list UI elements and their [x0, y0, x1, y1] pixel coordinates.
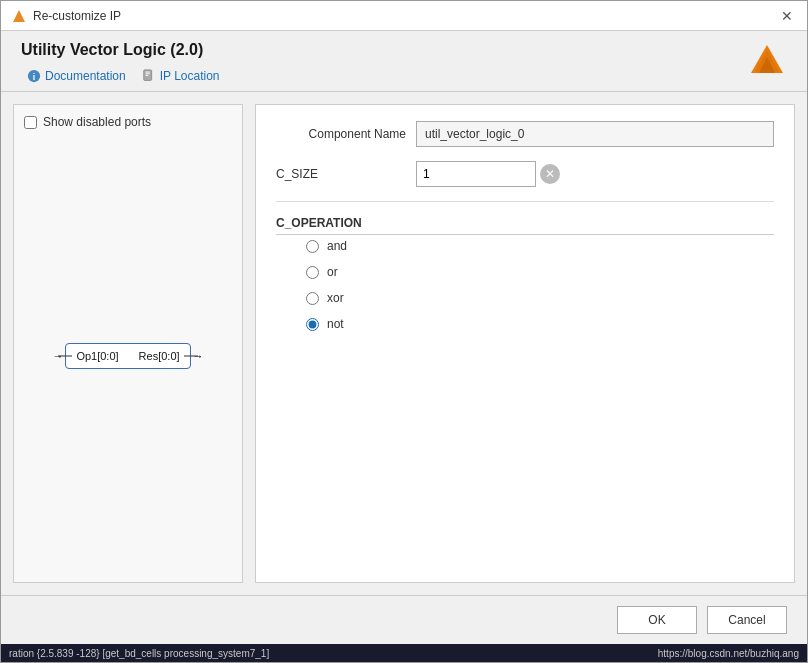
title-bar: Re-customize IP ✕: [1, 1, 807, 31]
port-op1: Op1[0:0]: [76, 350, 118, 362]
diagram-area: → Op1[0:0] Res[0:0] →: [24, 139, 232, 572]
csize-label: C_SIZE: [276, 167, 406, 181]
component-name-input[interactable]: [416, 121, 774, 147]
status-bar: ration {2.5.839 -128} [get_bd_cells proc…: [1, 644, 807, 662]
dialog: Re-customize IP ✕ Utility Vector Logic (…: [0, 0, 808, 663]
content-area: Show disabled ports → Op1[0:0] Res[0:0] …: [1, 92, 807, 595]
nav-bar: i Documentation IP Location: [21, 67, 226, 85]
vivado-logo: [747, 41, 787, 81]
svg-text:i: i: [33, 72, 35, 82]
radio-or[interactable]: [306, 266, 319, 279]
port-res: Res[0:0]: [139, 350, 180, 362]
cancel-button[interactable]: Cancel: [707, 606, 787, 634]
svg-rect-6: [145, 75, 148, 76]
info-icon: i: [27, 69, 41, 83]
coperation-label: C_OPERATION: [276, 216, 774, 235]
close-button[interactable]: ✕: [777, 6, 797, 26]
show-disabled-ports-row: Show disabled ports: [24, 115, 232, 129]
radio-xor-label[interactable]: xor: [327, 291, 344, 305]
radio-row-and: and: [306, 239, 774, 253]
radio-not-label[interactable]: not: [327, 317, 344, 331]
dialog-title: Re-customize IP: [33, 9, 121, 23]
show-disabled-checkbox[interactable]: [24, 116, 37, 129]
documentation-label: Documentation: [45, 69, 126, 83]
radio-row-not: not: [306, 317, 774, 331]
radio-and[interactable]: [306, 240, 319, 253]
header-section: Utility Vector Logic (2.0) i Documentati…: [1, 31, 807, 92]
csize-input[interactable]: [416, 161, 536, 187]
show-disabled-label[interactable]: Show disabled ports: [43, 115, 151, 129]
coperation-radio-group: and or xor not: [276, 239, 774, 331]
app-icon: [11, 8, 27, 24]
svg-rect-4: [145, 72, 149, 73]
component-name-row: Component Name: [276, 121, 774, 147]
component-name-label: Component Name: [276, 127, 406, 141]
radio-and-label[interactable]: and: [327, 239, 347, 253]
csize-clear-button[interactable]: ✕: [540, 164, 560, 184]
ip-location-label: IP Location: [160, 69, 220, 83]
right-panel: Component Name C_SIZE ✕ C_OPERATION: [255, 104, 795, 583]
svg-marker-0: [13, 10, 25, 22]
footer: OK Cancel: [1, 595, 807, 644]
left-panel: Show disabled ports → Op1[0:0] Res[0:0] …: [13, 104, 243, 583]
ok-button[interactable]: OK: [617, 606, 697, 634]
radio-row-or: or: [306, 265, 774, 279]
csize-row: C_SIZE ✕: [276, 161, 774, 187]
svg-rect-5: [145, 73, 149, 74]
divider: [276, 201, 774, 202]
radio-or-label[interactable]: or: [327, 265, 338, 279]
status-left: ration {2.5.839 -128} [get_bd_cells proc…: [9, 648, 269, 659]
csize-input-wrap: ✕: [416, 161, 560, 187]
status-right: https://blog.csdn.net/buzhiq.ang: [658, 648, 799, 659]
file-icon: [142, 69, 156, 83]
logic-block: Op1[0:0] Res[0:0]: [65, 343, 190, 369]
nav-documentation[interactable]: i Documentation: [21, 67, 132, 85]
radio-row-xor: xor: [306, 291, 774, 305]
nav-ip-location[interactable]: IP Location: [136, 67, 226, 85]
radio-not[interactable]: [306, 318, 319, 331]
app-title: Utility Vector Logic (2.0): [21, 41, 226, 59]
radio-xor[interactable]: [306, 292, 319, 305]
title-bar-left: Re-customize IP: [11, 8, 121, 24]
coperation-section: C_OPERATION and or xor: [276, 216, 774, 331]
